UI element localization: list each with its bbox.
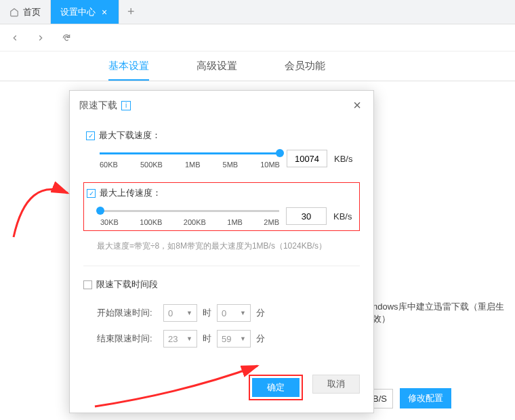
download-checkbox[interactable]: ✓ (86, 131, 95, 140)
end-min-select[interactable]: 59▼ (217, 330, 251, 348)
upload-label: 最大上传速度： (100, 187, 161, 199)
speed-limit-dialog: 限速下载 i × ✓ 最大下载速度： 60KB 500KB 1MB (69, 90, 374, 413)
ok-button[interactable]: 确定 (252, 378, 300, 397)
close-icon[interactable]: × (100, 7, 109, 17)
bg-speed-unit: B/S (371, 389, 393, 408)
start-hour-select[interactable]: 0▼ (163, 304, 197, 322)
upload-speed-input[interactable] (286, 207, 327, 225)
dialog-header: 限速下载 i × (70, 91, 373, 120)
new-tab-button[interactable]: + (119, 0, 143, 24)
settings-tab-advanced[interactable]: 高级设置 (197, 51, 237, 81)
upload-checkbox[interactable]: ✓ (87, 189, 96, 198)
tab-home-label: 首页 (23, 6, 41, 18)
schedule-checkbox[interactable]: ✓ (83, 280, 92, 289)
download-unit: KB/s (334, 154, 357, 164)
end-hour-select[interactable]: 23▼ (163, 330, 197, 348)
download-slider[interactable]: 60KB 500KB 1MB 5MB 10MB (100, 148, 280, 169)
dialog-title-text: 限速下载 (79, 100, 117, 112)
chevron-down-icon: ▼ (186, 335, 192, 342)
max-download-section: ✓ 最大下载速度： 60KB 500KB 1MB 5MB 10MB (83, 125, 360, 173)
reload-button[interactable] (58, 30, 75, 46)
forward-button[interactable] (33, 30, 49, 46)
browser-tabbar: 首页 设置中心 × + (0, 0, 515, 24)
dialog-close-button[interactable]: × (350, 98, 364, 113)
cancel-button[interactable]: 取消 (312, 375, 360, 394)
download-label: 最大下载速度： (99, 129, 161, 142)
end-time-label: 结束限速时间: (97, 333, 158, 345)
modify-config-button[interactable]: 修改配置 (400, 388, 451, 408)
end-time-row: 结束限速时间: 23▼ 时 59▼ 分 (83, 330, 360, 348)
ok-highlight-annotation: 确定 (249, 375, 303, 400)
divider (83, 266, 360, 266)
chevron-down-icon: ▼ (240, 335, 246, 342)
info-icon[interactable]: i (121, 101, 131, 110)
settings-tab-member[interactable]: 会员功能 (285, 51, 325, 81)
upload-slider[interactable]: 30KB 100KB 200KB 1MB 2MB (100, 206, 279, 226)
background-speed-row: B/S 修改配置 (371, 388, 451, 408)
chevron-down-icon: ▼ (240, 310, 246, 316)
upload-slider-thumb[interactable] (96, 207, 104, 215)
settings-tabs: 基本设置 高级设置 会员功能 (0, 51, 515, 81)
max-upload-section: ✓ 最大上传速度： 30KB 100KB 200KB 1MB 2MB (83, 182, 360, 231)
upload-unit: KB/s (333, 211, 356, 222)
background-rebuild-text: ndows库中建立迅雷下载（重启生效） (373, 301, 515, 325)
home-icon (9, 7, 19, 17)
settings-tab-basic[interactable]: 基本设置 (108, 51, 149, 81)
start-time-row: 开始限速时间: 0▼ 时 0▼ 分 (83, 304, 360, 322)
download-speed-input[interactable] (287, 150, 327, 167)
schedule-label: 限速下载时间段 (96, 278, 158, 291)
start-min-select[interactable]: 0▼ (217, 304, 251, 322)
tab-home[interactable]: 首页 (0, 0, 51, 24)
download-slider-thumb[interactable] (276, 149, 284, 157)
bandwidth-note: 最大速度=带宽÷8，如8M带宽的最大速度为1MB/s（1024KB/s） (83, 240, 360, 252)
tab-settings[interactable]: 设置中心 × (51, 0, 119, 24)
back-button[interactable] (7, 30, 23, 46)
browser-toolbar (0, 24, 515, 51)
tab-settings-label: 设置中心 (60, 6, 96, 18)
start-time-label: 开始限速时间: (97, 307, 158, 319)
chevron-down-icon: ▼ (186, 310, 192, 316)
